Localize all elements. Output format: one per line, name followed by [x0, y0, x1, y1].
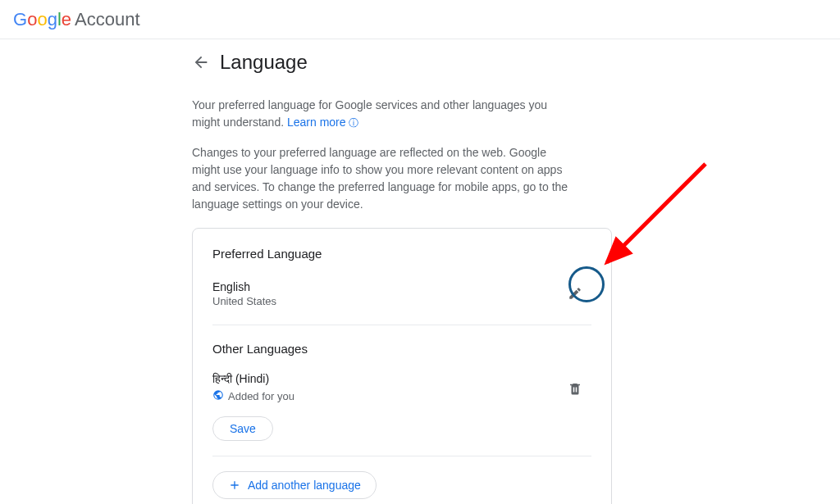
divider [212, 456, 591, 456]
header: Google Account [0, 0, 840, 39]
preferred-language-region: United States [212, 295, 276, 307]
page-title: Language [220, 51, 308, 74]
added-for-you-text: Added for you [228, 390, 294, 402]
delete-button[interactable] [559, 372, 591, 405]
save-button[interactable]: Save [212, 416, 273, 441]
edit-button[interactable] [559, 277, 591, 310]
preferred-language-info: English United States [212, 280, 276, 307]
trash-icon [568, 381, 582, 396]
learn-more-link[interactable]: Learn more ⓘ [287, 116, 358, 129]
plus-icon [228, 479, 241, 492]
description-2: Changes to your preferred language are r… [192, 144, 569, 213]
pencil-icon [568, 286, 582, 301]
globe-icon [212, 389, 224, 403]
preferred-language-title: Preferred Language [212, 247, 591, 261]
other-language-row: हिन्दी (Hindi) Added for you [212, 372, 591, 405]
preferred-language-name: English [212, 280, 276, 293]
title-row: Language [192, 51, 623, 74]
add-language-label: Add another language [248, 479, 361, 492]
logo-account-text: Account [75, 9, 140, 30]
help-icon: ⓘ [349, 116, 358, 130]
google-account-logo: Google Account [13, 9, 140, 30]
desc1-text: Your preferred language for Google servi… [192, 98, 547, 129]
description-1: Your preferred language for Google servi… [192, 97, 569, 131]
main-content: Language Your preferred language for Goo… [0, 39, 623, 504]
language-card: Preferred Language English United States… [192, 228, 612, 504]
added-for-you-label: Added for you [212, 389, 294, 403]
add-language-button[interactable]: Add another language [212, 471, 377, 499]
other-language-name: हिन्दी (Hindi) [212, 372, 294, 386]
other-languages-title: Other Languages [212, 342, 591, 356]
preferred-language-row: English United States [212, 277, 591, 325]
other-language-info: हिन्दी (Hindi) Added for you [212, 372, 294, 403]
back-arrow-icon[interactable] [192, 53, 210, 71]
